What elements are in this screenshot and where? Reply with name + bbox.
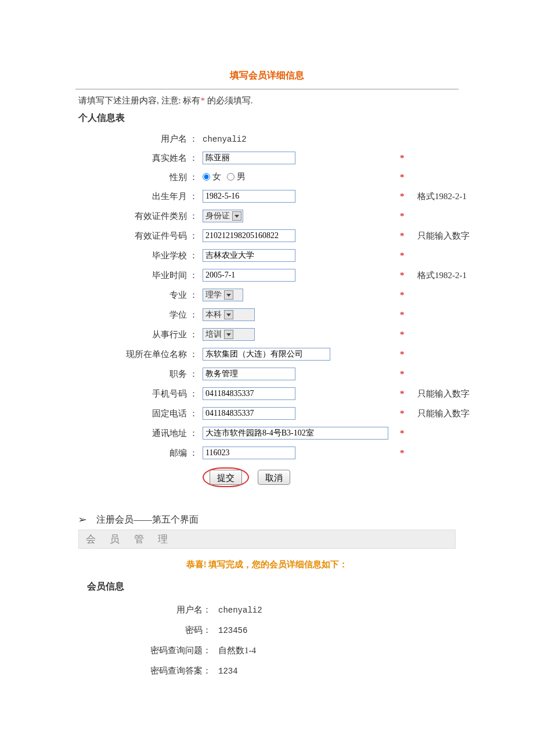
label-major: 专业 ： bbox=[78, 285, 200, 305]
required: * bbox=[398, 246, 415, 265]
cancel-button[interactable]: 取消 bbox=[258, 470, 290, 485]
required: * bbox=[398, 168, 415, 186]
input-gradschool[interactable] bbox=[203, 249, 295, 262]
info-value-password: 123456 bbox=[218, 626, 247, 635]
label-postal: 邮编 ： bbox=[78, 443, 200, 463]
submit-button[interactable]: 提交 bbox=[210, 470, 242, 485]
required: * bbox=[398, 344, 415, 364]
label-industry: 从事行业 ： bbox=[78, 325, 200, 344]
select-idtype-value: 身份证 bbox=[205, 211, 230, 221]
personal-form: 用户名 ： chenyali2 真实姓名 ： * 性别 ： 女 男 * 出生年月… bbox=[78, 130, 485, 491]
label-birthdate: 出生年月 ： bbox=[78, 186, 200, 206]
select-industry-value: 培训 bbox=[205, 329, 222, 340]
hint-phone: 只能输入数字 bbox=[415, 404, 485, 423]
select-idtype[interactable]: 身份证 bbox=[203, 210, 243, 222]
label-company: 现所在单位名称 ： bbox=[78, 344, 200, 364]
row-address: 通讯地址 ： * bbox=[78, 423, 485, 443]
input-postal[interactable] bbox=[203, 447, 295, 459]
success-message: 恭喜! 填写完成，您的会员详细信息如下： bbox=[29, 559, 505, 570]
required: * bbox=[398, 226, 415, 246]
hint-gradtime: 格式1982-2-1 bbox=[415, 265, 485, 285]
required: * bbox=[398, 423, 415, 443]
row-buttons: 提交 取消 bbox=[78, 463, 485, 491]
input-birthdate[interactable] bbox=[203, 190, 295, 203]
required: * bbox=[398, 265, 415, 285]
info-row-password: 密码： 123456 bbox=[87, 620, 389, 640]
chevron-down-icon bbox=[224, 310, 233, 319]
member-info-table: 用户名： chenyali2 密码： 123456 密码查询问题： 自然数1-4… bbox=[87, 600, 389, 681]
label-mobile: 手机号码 ： bbox=[78, 384, 200, 404]
row-gradtime: 毕业时间 ： * 格式1982-2-1 bbox=[78, 265, 485, 285]
row-gender: 性别 ： 女 男 * bbox=[78, 168, 485, 186]
section-personal: 个人信息表 bbox=[78, 112, 505, 124]
input-gradtime[interactable] bbox=[203, 269, 295, 282]
input-address[interactable] bbox=[203, 427, 388, 440]
info-value-answer: 1234 bbox=[218, 667, 238, 676]
row-username: 用户名 ： chenyali2 bbox=[78, 130, 485, 148]
label-gradschool: 毕业学校 ： bbox=[78, 246, 200, 265]
info-row-username: 用户名： chenyali2 bbox=[87, 600, 389, 620]
row-idtype: 有效证件类别 ： 身份证 * bbox=[78, 206, 485, 226]
input-idnumber[interactable] bbox=[203, 229, 295, 242]
label-position: 职务 ： bbox=[78, 364, 200, 384]
info-value-username: chenyali2 bbox=[218, 606, 262, 615]
info-heading: 会员信息 bbox=[87, 581, 505, 593]
required: * bbox=[398, 305, 415, 325]
input-mobile[interactable] bbox=[203, 387, 295, 400]
label-username: 用户名 ： bbox=[78, 130, 200, 148]
divider bbox=[75, 89, 459, 89]
row-company: 现所在单位名称 ： * bbox=[78, 344, 485, 364]
label-phone: 固定电话 ： bbox=[78, 404, 200, 423]
instructions-mark: * bbox=[200, 96, 205, 105]
row-postal: 邮编 ： * bbox=[78, 443, 485, 463]
row-birthdate: 出生年月 ： * 格式1982-2-1 bbox=[78, 186, 485, 206]
label-degree: 学位 ： bbox=[78, 305, 200, 325]
row-phone: 固定电话 ： * 只能输入数字 bbox=[78, 404, 485, 423]
required: * bbox=[398, 206, 415, 226]
row-degree: 学位 ： 本科 * bbox=[78, 305, 485, 325]
hint-idnumber: 只能输入数字 bbox=[415, 226, 485, 246]
input-phone[interactable] bbox=[203, 407, 295, 420]
row-idnumber: 有效证件号码 ： * 只能输入数字 bbox=[78, 226, 485, 246]
radio-male[interactable] bbox=[227, 173, 234, 181]
select-industry[interactable]: 培训 bbox=[203, 328, 255, 341]
label-male: 男 bbox=[237, 171, 246, 182]
input-company[interactable] bbox=[203, 348, 330, 361]
select-degree-value: 本科 bbox=[205, 309, 222, 320]
row-mobile: 手机号码 ： * 只能输入数字 bbox=[78, 384, 485, 404]
chevron-down-icon bbox=[224, 290, 233, 300]
label-gradtime: 毕业时间 ： bbox=[78, 265, 200, 285]
radio-female[interactable] bbox=[203, 173, 210, 181]
instructions: 请填写下述注册内容, 注意: 标有* 的必须填写. bbox=[78, 95, 505, 106]
info-label-question: 密码查询问题： bbox=[87, 640, 215, 661]
info-value-question: 自然数1-4 bbox=[218, 646, 256, 655]
info-label-answer: 密码查询答案： bbox=[87, 661, 215, 681]
bullet-heading: ➢ 注册会员——第五个界面 bbox=[78, 514, 505, 526]
instructions-suffix: 的必须填写. bbox=[205, 96, 253, 105]
row-gradschool: 毕业学校 ： * bbox=[78, 246, 485, 265]
sub-header: 会 员 管 理 bbox=[78, 530, 456, 549]
label-idnumber: 有效证件号码 ： bbox=[78, 226, 200, 246]
page-title: 填写会员详细信息 bbox=[29, 0, 505, 89]
label-realname: 真实姓名 ： bbox=[78, 148, 200, 168]
row-industry: 从事行业 ： 培训 * bbox=[78, 325, 485, 344]
required: * bbox=[398, 148, 415, 168]
submit-highlight: 提交 bbox=[203, 467, 249, 487]
select-degree[interactable]: 本科 bbox=[203, 308, 255, 321]
arrow-icon: ➢ bbox=[78, 514, 87, 525]
required: * bbox=[398, 384, 415, 404]
select-major-value: 理学 bbox=[205, 290, 222, 300]
input-position[interactable] bbox=[203, 368, 295, 380]
input-realname[interactable] bbox=[203, 152, 295, 164]
row-realname: 真实姓名 ： * bbox=[78, 148, 485, 168]
select-major[interactable]: 理学 bbox=[203, 289, 243, 301]
required: * bbox=[398, 364, 415, 384]
info-row-question: 密码查询问题： 自然数1-4 bbox=[87, 640, 389, 661]
required: * bbox=[398, 186, 415, 206]
label-address: 通讯地址 ： bbox=[78, 423, 200, 443]
label-female: 女 bbox=[212, 171, 221, 182]
info-label-password: 密码： bbox=[87, 620, 215, 640]
value-username: chenyali2 bbox=[203, 135, 247, 144]
row-position: 职务 ： * bbox=[78, 364, 485, 384]
info-label-username: 用户名： bbox=[87, 600, 215, 620]
